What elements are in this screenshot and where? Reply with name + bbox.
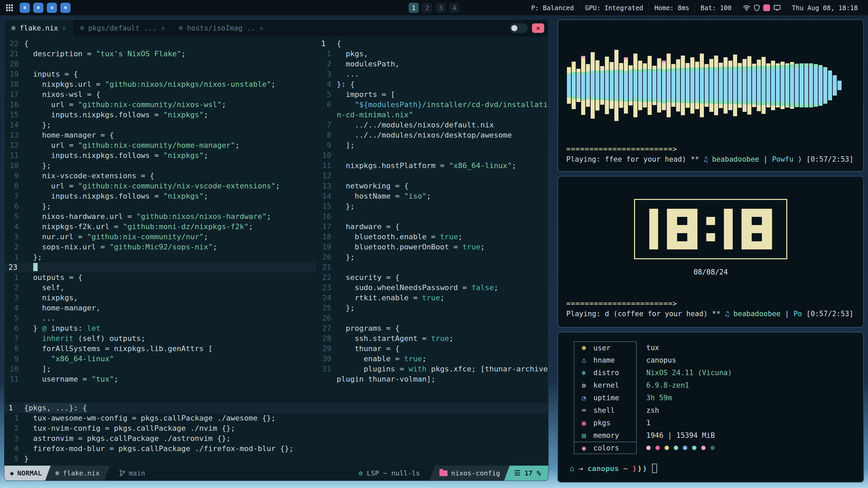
terminal-cursor[interactable] [652, 464, 657, 473]
line-text: astronvim = pkgs.callPackage ./astronvim… [24, 433, 231, 444]
app-icon[interactable]: ❄ [20, 3, 30, 13]
code-line: 4}: { [317, 79, 548, 89]
code-line: 8 url = "github:nix-community/nix-vscode… [4, 181, 317, 191]
workspace-tag-1[interactable]: 1 [409, 3, 419, 13]
tab-close-icon[interactable]: × [259, 24, 263, 32]
fetch-value: 1946 | 15394 MiB [637, 429, 715, 442]
wifi-icon[interactable] [743, 4, 750, 11]
theme-toggle[interactable] [510, 23, 528, 33]
tab-pkgs-default[interactable]: ❄ pkgs/default ... × [73, 20, 172, 37]
line-text: }; [337, 252, 355, 262]
line-number: 3 [4, 232, 24, 242]
code-line: 17 nixos-wsl = { [4, 89, 317, 100]
tab-hosts-isoimage[interactable]: ❄ hosts/isoImag .. × [172, 20, 271, 37]
pane-pkgs-default[interactable]: 1{pkgs, ...}: {1 tux-awesome-wm-config =… [4, 401, 548, 466]
line-text: nur.url = "github:nix-community/nur"; [24, 232, 208, 242]
line-number: 19 [317, 242, 337, 252]
code-line: 26 [317, 313, 548, 323]
viz-bar [657, 58, 661, 113]
fetch-value: zsh [637, 404, 659, 416]
nix-icon: ❄ [179, 24, 183, 32]
datetime[interactable]: Thu Aug 08, 18:18 [786, 3, 863, 13]
window-close-button[interactable]: × [532, 23, 544, 33]
line-text: nixpkgs-f2k.url = "github:moni-dz/nixpkg… [24, 222, 253, 232]
nix-icon: ❄ [80, 24, 84, 32]
line-number: 17 [317, 222, 337, 232]
code-line: 17 hardware = { [317, 222, 548, 232]
viz-bar [823, 67, 827, 104]
viz-bar [576, 69, 580, 102]
code-line: 30 enable = true; [317, 354, 548, 364]
memory-icon: ▤ [574, 431, 593, 440]
viz-bar [629, 65, 633, 105]
tab-close-icon[interactable]: × [161, 24, 165, 32]
code-line: 12 url = "github:nix-community/home-mana… [4, 140, 317, 150]
app-icon[interactable]: ❄ [33, 3, 43, 13]
shell-prompt[interactable]: ⌂ → canopus ~ ))) [570, 464, 852, 473]
fetch-value: tux [637, 341, 659, 354]
line-text: url = "github:nix-community/nix-vscode-e… [24, 181, 280, 191]
viz-bar [728, 61, 732, 110]
code-line: 31 plugins = with pkgs.xfce; [thunar-arc… [317, 364, 548, 374]
fetch-value: canopus [637, 354, 676, 366]
viz-bar [567, 67, 571, 104]
code-line: n-cd-minimal.nix" [317, 110, 548, 120]
color-app-icon[interactable] [763, 4, 770, 11]
fetch-label: uptime [593, 394, 619, 402]
line-text: self, [24, 283, 64, 293]
color-dot [683, 446, 687, 450]
tab-label: hosts/isoImag .. [187, 24, 255, 32]
line-text: }; [337, 303, 355, 313]
viz-bar [776, 63, 780, 107]
line-text: ]; [337, 140, 355, 150]
line-number: 18 [317, 232, 337, 242]
workspace-tag-3[interactable]: 3 [436, 3, 446, 13]
workspace-tag-2[interactable]: 2 [422, 3, 432, 13]
line-number: 16 [4, 100, 24, 110]
line-text: inputs.nixpkgs.follows = "nixpkgs"; [24, 110, 208, 120]
app-icon[interactable]: ❄ [60, 3, 71, 13]
code-line: 4 nixpkgs-f2k.url = "github:moni-dz/nixp… [4, 222, 317, 232]
code-line: 2 modulesPath, [317, 59, 548, 69]
code-line: 1{pkgs, ...}: { [4, 403, 548, 413]
code-line: 18 nixpkgs.url = "github:nixos/nixpkgs/n… [4, 79, 317, 89]
viz-bar [738, 63, 742, 108]
uptime-icon: ◔ [574, 394, 593, 402]
viz-bar [833, 75, 837, 96]
colors-icon: ◉ [574, 444, 593, 452]
shield-icon[interactable] [754, 4, 760, 11]
app-launcher-icon[interactable] [5, 3, 14, 13]
tab-close-icon[interactable]: × [62, 24, 66, 32]
line-number: 9 [317, 140, 337, 150]
line-text: bluetooth.powerOnBoot = true; [337, 242, 485, 252]
code-line: 14 hostName = "iso"; [317, 191, 548, 201]
line-number: 11 [4, 150, 24, 161]
music-note-icon: ♫ [704, 155, 712, 163]
workspace-tag-4[interactable]: 4 [449, 3, 459, 13]
line-number: 9 [4, 354, 24, 364]
viz-bar [591, 52, 595, 119]
os-icon: ⌂ [570, 464, 574, 473]
viz-bar [671, 64, 675, 107]
app-icon[interactable]: ❄ [47, 3, 57, 13]
pane-iso-image[interactable]: 1{1 pkgs,2 modulesPath,3 ...4}: {5 impor… [317, 37, 548, 401]
display-icon[interactable] [773, 4, 781, 11]
tab-flake-nix[interactable]: ❄ flake.nix × [4, 20, 73, 37]
viz-bar [781, 62, 785, 109]
line-number: 22 [317, 272, 337, 283]
viz-bar [695, 62, 699, 109]
pane-flake-nix[interactable]: 22{21 description = "tux's NixOS Flake";… [4, 37, 317, 401]
toggle-knob [511, 25, 517, 31]
viz-bar [633, 54, 637, 117]
viz-bar [600, 66, 604, 105]
line-text: enable = true; [337, 354, 427, 364]
line-number: 30 [317, 354, 337, 364]
code-line: 7 inputs.nixpkgs.follows = "nixpkgs"; [4, 191, 317, 201]
clock-digit [742, 209, 772, 249]
code-line: 5 ... [4, 313, 317, 323]
line-number: 8 [317, 130, 337, 140]
code-line: 8 ../../modules/nixos/desktop/awesome [317, 130, 548, 140]
project-segment: nixos-config [429, 466, 509, 481]
line-text: forAllSystems = nixpkgs.lib.genAttrs [ [24, 344, 213, 354]
viz-bar [681, 56, 685, 115]
